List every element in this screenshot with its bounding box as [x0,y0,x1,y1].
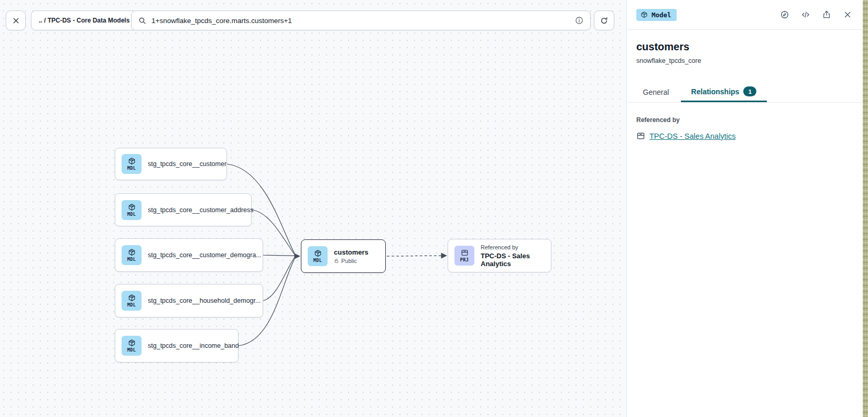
cube-icon [128,248,136,256]
lineage-node-stg-customer-address[interactable]: MDL stg_tpcds_core__customer_address [115,193,252,226]
cube-icon [314,249,322,257]
lock-open-icon [334,258,339,264]
refresh-button[interactable] [594,10,614,30]
node-label: stg_tpcds_core__income_band [148,342,239,349]
relationships-count-badge: 1 [743,86,756,96]
model-icon: MDL [122,245,142,265]
node-access: Public [334,258,368,264]
node-type-badge: MDL [313,258,322,263]
model-icon: MDL [122,154,142,174]
breadcrumb[interactable]: .. / TPC-DS - Core Data Models [31,10,137,30]
node-kicker: Referenced by [481,244,545,250]
close-icon [843,10,852,19]
node-type-badge: MDL [127,257,136,262]
referenced-by-label: Referenced by [636,116,853,124]
tab-relationships[interactable]: Relationships 1 [681,82,767,102]
refresh-icon [600,16,609,25]
search-input[interactable] [151,17,570,25]
node-label: stg_tpcds_core__customer_address [148,206,254,214]
share-icon [822,10,831,19]
lineage-edges [0,0,626,417]
node-label: TPC-DS - Sales Analytics [481,252,545,268]
archive-icon [461,249,469,257]
view-code-button[interactable] [800,10,810,20]
lineage-node-stg-customer[interactable]: MDL stg_tpcds_core__customer [115,148,227,180]
cube-icon [128,339,136,347]
referenced-project-link[interactable]: TPC-DS - Sales Analytics [636,131,735,140]
project-icon: PRJ [454,246,474,266]
compass-icon [780,10,789,19]
lineage-node-customers-selected[interactable]: MDL customers Public [301,239,386,273]
archive-icon [636,131,645,140]
panel-tabs: General Relationships 1 [627,82,863,103]
tab-general[interactable]: General [631,82,681,102]
lineage-node-stg-income-band[interactable]: MDL stg_tpcds_core__income_band [115,329,238,363]
details-panel: Model customers snowflake_tpcds_core [626,0,863,417]
node-label: stg_tpcds_core__household_demogr... [148,297,261,304]
node-type-badge: PRJ [460,257,469,262]
model-icon: MDL [122,291,142,311]
close-icon [12,16,20,25]
lineage-node-stg-customer-demographics[interactable]: MDL stg_tpcds_core__customer_demogra... [115,238,263,272]
cube-icon [641,11,648,18]
cube-icon [128,157,136,165]
code-icon [801,10,810,19]
model-icon: MDL [122,336,142,356]
resource-type-badge: Model [636,9,677,21]
cube-icon [128,294,136,302]
panel-header: Model [627,0,863,30]
info-icon[interactable] [574,16,584,25]
node-type-badge: MDL [127,212,136,217]
node-type-badge: MDL [127,302,136,308]
node-label: stg_tpcds_core__customer [148,160,226,168]
close-panel-button[interactable] [842,10,852,20]
lineage-search-bar[interactable] [131,10,591,30]
node-label: stg_tpcds_core__customer_demogra... [148,251,262,259]
close-lineage-button[interactable] [6,10,26,30]
node-label: customers [334,248,368,256]
panel-subtitle: snowflake_tpcds_core [636,57,853,64]
model-icon: MDL [122,200,142,220]
share-button[interactable] [821,10,831,20]
lineage-app: MDL stg_tpcds_core__customer MDL stg_tpc… [0,0,868,417]
cube-icon [128,203,136,211]
node-type-badge: MDL [127,347,136,353]
lineage-node-referenced-project[interactable]: PRJ Referenced by TPC-DS - Sales Analyti… [448,239,551,272]
lineage-node-stg-household-demographics[interactable]: MDL stg_tpcds_core__household_demogr... [115,284,263,317]
model-icon: MDL [308,246,328,266]
page-title: customers [636,41,853,53]
desktop-wallpaper-strip [863,0,868,417]
explore-compass-button[interactable] [779,10,789,20]
node-type-badge: MDL [127,166,136,171]
lineage-canvas[interactable]: MDL stg_tpcds_core__customer MDL stg_tpc… [0,0,626,417]
search-icon [138,16,147,25]
